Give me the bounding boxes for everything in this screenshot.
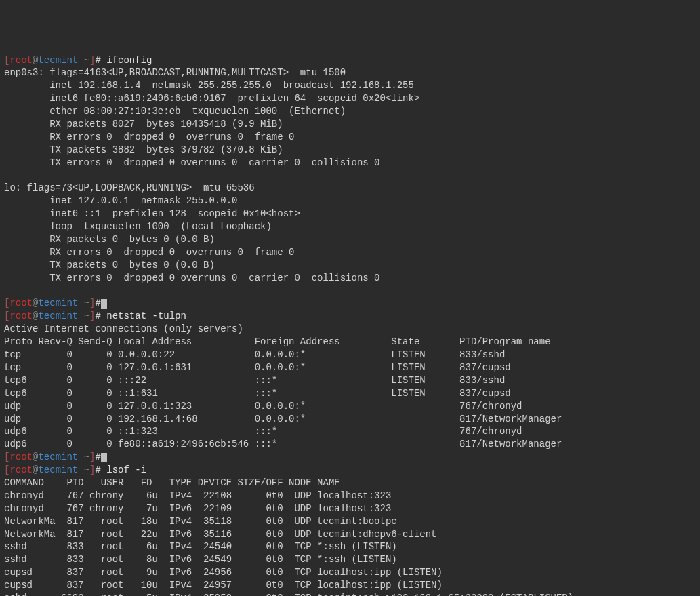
netstat-line: tcp6 0 0 :::22 :::* LISTEN 833/sshd — [4, 375, 505, 386]
netstat-line: udp 0 0 192.168.1.4:68 0.0.0.0:* 817/Net… — [4, 414, 562, 424]
terminal-output[interactable]: [root@tecmint ~]# ifconfig enp0s3: flags… — [4, 54, 696, 596]
ifconfig-line: enp0s3: flags=4163<UP,BROADCAST,RUNNING,… — [4, 67, 346, 78]
netstat-line: Active Internet connections (only server… — [4, 323, 243, 334]
command-netstat: netstat -tulpn — [106, 311, 186, 321]
ifconfig-line: loop txqueuelen 1000 (Local Loopback) — [4, 221, 272, 232]
lsof-line: sshd 833 root 6u IPv4 24540 0t0 TCP *:ss… — [4, 541, 397, 552]
ifconfig-line: RX errors 0 dropped 0 overruns 0 frame 0 — [4, 132, 294, 142]
lsof-line: cupsd 837 root 9u IPv6 24956 0t0 TCP loc… — [4, 567, 442, 578]
ifconfig-line: TX errors 0 dropped 0 overruns 0 carrier… — [4, 157, 380, 168]
ifconfig-line: inet 127.0.0.1 netmask 255.0.0.0 — [4, 195, 237, 206]
lsof-line: NetworkMa 817 root 22u IPv6 35116 0t0 UD… — [4, 529, 437, 540]
netstat-line: udp6 0 0 ::1:323 :::* 767/chronyd — [4, 426, 522, 437]
lsof-line: COMMAND PID USER FD TYPE DEVICE SIZE/OFF… — [4, 477, 340, 488]
lsof-line: sshd 6693 root 5u IPv4 35958 0t0 TCP tec… — [4, 593, 573, 596]
netstat-line: udp 0 0 127.0.0.1:323 0.0.0.0:* 767/chro… — [4, 401, 522, 412]
ifconfig-line: inet 192.168.1.4 netmask 255.255.255.0 b… — [4, 80, 414, 91]
ifconfig-line: RX packets 0 bytes 0 (0.0 B) — [4, 234, 215, 245]
ifconfig-line: RX errors 0 dropped 0 overruns 0 frame 0 — [4, 247, 294, 258]
netstat-line: tcp 0 0 127.0.0.1:631 0.0.0.0:* LISTEN 8… — [4, 362, 511, 373]
netstat-line: Proto Recv-Q Send-Q Local Address Foreig… — [4, 336, 551, 347]
lsof-line: chronyd 767 chrony 7u IPv6 22109 0t0 UDP… — [4, 503, 391, 514]
cursor-block-icon — [101, 453, 107, 462]
ifconfig-line: TX errors 0 dropped 0 overruns 0 carrier… — [4, 273, 380, 283]
netstat-line: udp6 0 0 fe80::a619:2496:6cb:546 :::* 81… — [4, 439, 562, 450]
ifconfig-line: TX packets 0 bytes 0 (0.0 B) — [4, 260, 215, 271]
prompt-line: [root@tecmint ~]# — [4, 464, 101, 475]
command-lsof: lsof -i — [106, 464, 146, 475]
ifconfig-line: inet6 fe80::a619:2496:6cb6:9167 prefixle… — [4, 93, 419, 104]
netstat-line: tcp 0 0 0.0.0.0:22 0.0.0.0:* LISTEN 833/… — [4, 349, 505, 360]
command-ifconfig: ifconfig — [106, 55, 152, 66]
lsof-line: chronyd 767 chrony 6u IPv4 22108 0t0 UDP… — [4, 490, 391, 501]
ifconfig-line: ether 08:00:27:10:3e:eb txqueuelen 1000 … — [4, 106, 346, 117]
prompt-line: [root@tecmint ~]# — [4, 452, 101, 462]
ifconfig-line: lo: flags=73<UP,LOOPBACK,RUNNING> mtu 65… — [4, 182, 255, 193]
ifconfig-line: RX packets 8027 bytes 10435418 (9.9 MiB) — [4, 119, 283, 130]
lsof-line: sshd 833 root 8u IPv6 24549 0t0 TCP *:ss… — [4, 554, 397, 565]
ifconfig-line: inet6 ::1 prefixlen 128 scopeid 0x10<hos… — [4, 208, 300, 219]
lsof-line: NetworkMa 817 root 18u IPv4 35118 0t0 UD… — [4, 516, 397, 527]
prompt-line: [root@tecmint ~]# — [4, 55, 101, 66]
lsof-line: cupsd 837 root 10u IPv4 24957 0t0 TCP lo… — [4, 580, 442, 591]
prompt-line: [root@tecmint ~]# — [4, 311, 101, 321]
ifconfig-line: TX packets 3882 bytes 379782 (370.8 KiB) — [4, 144, 283, 155]
cursor-block-icon — [101, 299, 107, 309]
prompt-line: [root@tecmint ~]# — [4, 298, 101, 309]
netstat-line: tcp6 0 0 ::1:631 :::* LISTEN 837/cupsd — [4, 388, 511, 399]
